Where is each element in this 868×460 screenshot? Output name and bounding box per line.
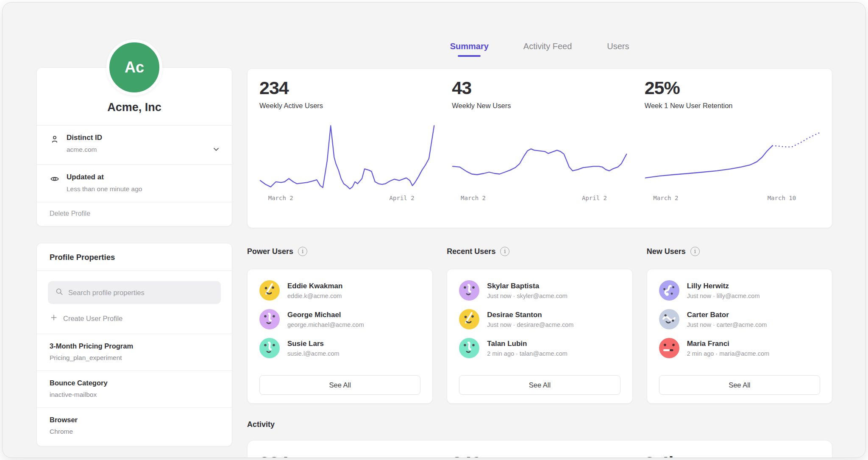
x-axis-tick-label: March 2 xyxy=(461,195,486,201)
tab-activity-feed[interactable]: Activity Feed xyxy=(523,42,572,57)
user-name: Maria Franci xyxy=(687,340,769,348)
see-all-button[interactable]: See All xyxy=(659,375,820,395)
avatar xyxy=(259,309,280,329)
stat-value: 43 xyxy=(452,78,627,98)
tab-summary-label: Summary xyxy=(450,42,489,51)
user-subtitle: 2 min ago · talan@acme.com xyxy=(487,350,568,357)
list-item[interactable]: Desirae Stanton Just now · desirare@acme… xyxy=(459,309,620,329)
section-title: New Users xyxy=(647,247,686,256)
property-name: 3-Month Pricing Program xyxy=(50,342,219,350)
create-user-profile-label: Create User Profile xyxy=(63,315,122,323)
list-item[interactable]: George Michael george.michael@acme.com xyxy=(259,309,420,329)
profile-properties-card: Profile Properties Create User Profile 3… xyxy=(36,243,232,446)
week1-retention-sparkline xyxy=(645,122,820,193)
stat-weekly-active-users: 234 Weekly Active Users March 2April 2 xyxy=(259,78,435,218)
list-item[interactable]: Eddie Kwakman eddie.k@acme.com xyxy=(259,280,420,301)
see-all-button[interactable]: See All xyxy=(459,375,620,395)
list-item[interactable]: Talan Lubin 2 min ago · talan@acme.com xyxy=(459,338,620,358)
profile-sidebar: Ac Acme, Inc Distinct ID acme.com Update… xyxy=(36,3,232,446)
property-value: Chrome xyxy=(50,428,219,435)
user-name: Carter Bator xyxy=(687,311,767,319)
stat-weekly-new-users: 43 Weekly New Users March 2April 2 xyxy=(452,78,627,218)
distinct-id-row: Distinct ID acme.com xyxy=(37,125,232,164)
updated-at-row: Updated at Less than one minute ago xyxy=(37,164,232,202)
updated-at-value: Less than one minute ago xyxy=(67,185,221,193)
list-item[interactable]: Skylar Baptista Just now · skyler@acme.c… xyxy=(459,280,620,301)
property-row[interactable]: Bounce Category inactive-mailbox xyxy=(37,371,232,407)
property-row[interactable]: 3-Month Pricing Program Pricing_plan_exp… xyxy=(37,334,232,371)
search-input[interactable] xyxy=(68,289,214,297)
list-item[interactable]: Susie Lars susie.l@acme.com xyxy=(259,338,420,358)
user-subtitle: eddie.k@acme.com xyxy=(287,293,342,299)
avatar xyxy=(459,280,479,301)
x-axis-tick-label: March 2 xyxy=(653,195,678,201)
tab-users-label: Users xyxy=(607,42,629,51)
distinct-id-value: acme.com xyxy=(67,146,211,153)
power-users-card: Eddie Kwakman eddie.k@acme.com George Mi… xyxy=(247,269,433,404)
user-subtitle: Just now · desirare@acme.com xyxy=(487,321,573,328)
delete-profile-button[interactable]: Delete Profile xyxy=(37,202,232,226)
property-name: Bounce Category xyxy=(50,379,219,387)
property-row[interactable]: Browser Chrome xyxy=(37,407,232,444)
new-users-card: Lilly Herwitz Just now · lilly@acme.com … xyxy=(647,269,832,404)
stat-label: Weekly New Users xyxy=(452,102,627,110)
info-icon[interactable]: i xyxy=(298,247,307,256)
weekly-new-users-sparkline xyxy=(452,122,627,193)
list-item[interactable]: Maria Franci 2 min ago · maria@acme.com xyxy=(659,338,820,358)
x-axis-ticks: March 2April 2 xyxy=(259,195,435,203)
person-icon xyxy=(50,134,67,146)
search-profile-properties[interactable] xyxy=(48,281,221,304)
avatar xyxy=(659,280,679,301)
stat-value: 234 xyxy=(259,78,435,98)
activity-stat: 240 xyxy=(452,453,627,458)
avatar xyxy=(259,338,280,358)
x-axis-ticks: March 2April 2 xyxy=(452,195,627,203)
weekly-active-users-sparkline xyxy=(259,122,435,193)
info-icon[interactable]: i xyxy=(500,247,509,256)
tab-users[interactable]: Users xyxy=(606,42,629,57)
summary-stats-card: 234 Weekly Active Users March 2April 2 4… xyxy=(247,68,832,228)
activity-section-title: Activity xyxy=(247,420,275,429)
avatar xyxy=(659,309,679,329)
company-profile-card: Ac Acme, Inc Distinct ID acme.com Update… xyxy=(36,67,232,226)
list-item[interactable]: Lilly Herwitz Just now · lilly@acme.com xyxy=(659,280,820,301)
property-value: inactive-mailbox xyxy=(50,391,219,399)
user-name: Talan Lubin xyxy=(487,340,568,348)
user-name: George Michael xyxy=(287,311,364,319)
recent-users-card: Skylar Baptista Just now · skyler@acme.c… xyxy=(447,269,632,404)
info-icon[interactable]: i xyxy=(690,247,700,256)
activity-stat: 234 xyxy=(259,453,435,458)
list-item[interactable]: Carter Bator Just now · carter@acme.com xyxy=(659,309,820,329)
tab-bar: Summary Activity Feed Users xyxy=(247,42,832,57)
avatar xyxy=(659,338,679,358)
new-users-section: New Users i Lilly Herwitz Just now · lil… xyxy=(647,245,832,404)
main-content: Summary Activity Feed Users 234 Weekly A… xyxy=(247,3,832,457)
avatar xyxy=(459,338,479,358)
chevron-down-icon[interactable] xyxy=(211,134,221,156)
stat-value: 25% xyxy=(645,78,820,98)
search-icon xyxy=(55,287,64,298)
user-sections: Power Users i Eddie Kwakman eddie.k@acme… xyxy=(247,245,832,404)
activity-stat: 3.4k xyxy=(645,453,820,458)
avatar xyxy=(459,309,479,329)
user-subtitle: 2 min ago · maria@acme.com xyxy=(687,350,769,357)
user-name: Lilly Herwitz xyxy=(687,282,760,290)
tab-summary[interactable]: Summary xyxy=(450,42,489,57)
activity-card: 234 240 3.4k xyxy=(247,440,832,458)
user-name: Desirae Stanton xyxy=(487,311,573,319)
user-subtitle: Just now · lilly@acme.com xyxy=(687,293,760,299)
x-axis-tick-label: March 2 xyxy=(268,195,293,201)
section-title: Recent Users xyxy=(447,247,495,256)
x-axis-tick-label: April 2 xyxy=(582,195,607,201)
user-subtitle: Just now · skyler@acme.com xyxy=(487,293,568,299)
user-subtitle: george.michael@acme.com xyxy=(287,321,364,328)
plus-icon xyxy=(50,313,58,323)
user-name: Susie Lars xyxy=(287,340,339,348)
power-users-section: Power Users i Eddie Kwakman eddie.k@acme… xyxy=(247,245,433,404)
stat-week1-retention: 25% Week 1 New User Retention March 2Mar… xyxy=(645,78,820,218)
create-user-profile-button[interactable]: Create User Profile xyxy=(48,304,221,334)
tab-activity-feed-label: Activity Feed xyxy=(523,42,572,51)
see-all-button[interactable]: See All xyxy=(259,375,420,395)
app-window: Ac Acme, Inc Distinct ID acme.com Update… xyxy=(2,2,866,458)
x-axis-ticks: March 2March 10 xyxy=(645,195,820,203)
